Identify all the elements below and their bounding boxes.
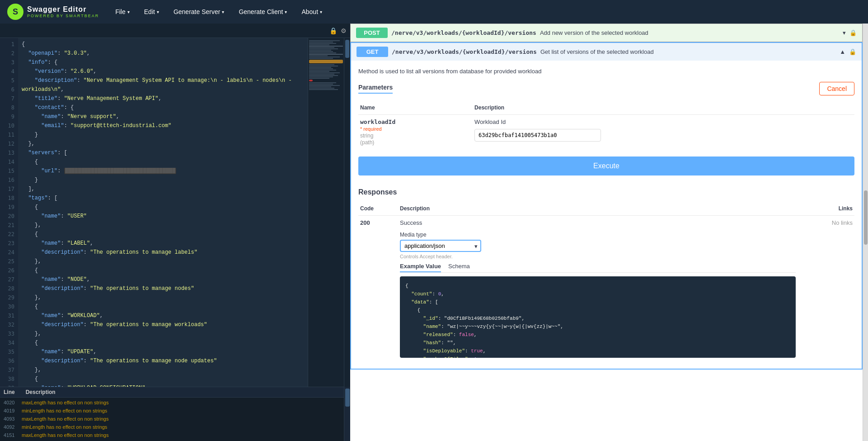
editor-log-panel: Line Description 4020 maxLength has no e… [0, 387, 350, 441]
accept-header-note: Controls Accept header. [400, 254, 796, 259]
param-required-badge: * required [360, 126, 382, 132]
resp-200-desc: Success [400, 219, 796, 226]
example-tabs: Example Value Schema [400, 263, 796, 273]
lock-toolbar-icon[interactable]: 🔒 [329, 27, 337, 34]
swagger-ui-panel: POST /nerve/v3/workloads/{workloadId}/ve… [350, 24, 863, 441]
logo-title: Swagger Editor [27, 5, 99, 14]
log-row: 4093 maxLength has no effect on non stri… [4, 415, 347, 423]
menu-generate-client[interactable]: Generate Client ▾ [233, 5, 292, 18]
responses-table: Code Description Links 200 [358, 202, 854, 361]
log-row: 4151 maxLength has no effect on non stri… [4, 431, 347, 439]
log-row: 4019 minLength has no effect on non stri… [4, 407, 347, 415]
json-preview: { "count": 0, "data": [ { "_id": "d0Cf1B… [400, 276, 796, 358]
get-chevron-icon[interactable]: ▲ [840, 48, 845, 55]
schema-tab[interactable]: Schema [448, 263, 470, 272]
settings-toolbar-icon[interactable]: ⚙ [341, 27, 347, 34]
resp-desc-col: Description [398, 202, 798, 216]
param-desc-col-header: Description [473, 101, 854, 115]
param-type-label: string [360, 133, 373, 139]
swagger-right-area: POST /nerve/v3/workloads/{workloadId}/ve… [350, 24, 868, 441]
log-body: 4020 maxLength has no effect on non stri… [0, 398, 350, 440]
gen-server-arrow-icon: ▾ [222, 9, 224, 14]
media-type-section: Media type application/json Controls Acc… [400, 232, 796, 358]
parameters-table: Name Description workloadId * required [358, 101, 854, 149]
post-chevron-icon[interactable]: ▾ [843, 29, 846, 36]
get-method-badge: GET [357, 47, 388, 57]
scrollbar-thumb [864, 190, 868, 245]
param-description-text: Workload Id [474, 119, 853, 125]
responses-section: Responses Code Description Links [358, 188, 854, 361]
menu-generate-server[interactable]: Generate Server ▾ [168, 5, 230, 18]
param-name-workloadid: workloadId [360, 119, 471, 125]
log-line-col: Line [4, 389, 15, 395]
parameters-tab[interactable]: Parameters [358, 84, 393, 94]
param-workloadid-input[interactable] [474, 129, 601, 142]
editor-toolbar: 🔒 ⚙ [0, 24, 350, 38]
log-header: Line Description [0, 387, 350, 398]
media-type-select[interactable]: application/json [400, 240, 481, 252]
responses-title: Responses [358, 188, 854, 196]
cancel-button[interactable]: Cancel [819, 82, 854, 95]
logo-text: Swagger Editor POWERED BY SMARTBEAR [27, 5, 99, 18]
log-row: 4020 maxLength has no effect on non stri… [4, 398, 347, 407]
editor-minimap [308, 38, 344, 387]
logo-subtitle: POWERED BY SMARTBEAR [27, 14, 99, 18]
editor-body: 12345 678910 1112131415 1617181920 21222… [0, 38, 350, 387]
resp-links-col: Links [798, 202, 854, 216]
logo: S Swagger Editor POWERED BY SMARTBEAR [7, 4, 99, 20]
editor-code-area[interactable]: { "openapi": "3.0.3", "info": { "version… [18, 38, 308, 387]
execute-button[interactable]: Execute [358, 156, 854, 175]
get-endpoint-summary: Get list of versions of the selected wor… [540, 48, 836, 55]
main-layout: 🔒 ⚙ 12345 678910 1112131415 1617181920 2… [0, 24, 868, 441]
log-row: 4092 minLength has no effect on non stri… [4, 423, 347, 431]
get-description: Method is used to list all versions from… [358, 68, 854, 75]
resp-200-links: No links [798, 216, 854, 362]
menu-file[interactable]: File ▾ [110, 5, 135, 18]
resp-200-code: 200 [358, 216, 398, 362]
get-endpoint-path: /nerve/v3/workloads/{workloadId}/version… [392, 48, 537, 55]
get-endpoint-header[interactable]: GET /nerve/v3/workloads/{workloadId}/ver… [350, 42, 863, 61]
get-endpoint-content: Method is used to list all versions from… [350, 61, 863, 370]
menu-edit[interactable]: Edit ▾ [139, 5, 164, 18]
top-navigation: S Swagger Editor POWERED BY SMARTBEAR Fi… [0, 0, 868, 24]
editor-vertical-scrollbar[interactable] [344, 38, 350, 387]
gen-client-arrow-icon: ▾ [285, 9, 287, 14]
post-endpoint-summary: Add new version of the selected workload [540, 29, 839, 36]
media-type-label: Media type [400, 232, 796, 238]
param-location-label: (path) [360, 139, 374, 146]
post-method-badge: POST [356, 28, 388, 38]
param-row-workloadid: workloadId * required string (path) Work… [358, 115, 854, 150]
about-arrow-icon: ▾ [320, 9, 322, 14]
swagger-vertical-scrollbar[interactable] [863, 24, 868, 441]
editor-panel: 🔒 ⚙ 12345 678910 1112131415 1617181920 2… [0, 24, 350, 441]
example-value-tab[interactable]: Example Value [400, 263, 441, 272]
media-type-select-wrapper: application/json [400, 240, 481, 252]
edit-arrow-icon: ▾ [157, 9, 159, 14]
get-endpoint-section: GET /nerve/v3/workloads/{workloadId}/ver… [350, 42, 863, 370]
post-endpoint-row[interactable]: POST /nerve/v3/workloads/{workloadId}/ve… [350, 24, 863, 42]
menu-about[interactable]: About ▾ [296, 5, 328, 18]
logo-icon: S [7, 4, 23, 20]
file-arrow-icon: ▾ [127, 9, 130, 14]
post-lock-icon: 🔒 [849, 29, 857, 36]
response-200-row: 200 Success Media type applica [358, 216, 854, 362]
get-lock-icon: 🔒 [849, 48, 856, 55]
param-name-col-header: Name [358, 101, 473, 115]
resp-code-col: Code [358, 202, 398, 216]
params-header: Parameters Cancel [358, 82, 854, 95]
log-desc-col: Description [26, 389, 56, 395]
post-endpoint-path: /nerve/v3/workloads/{workloadId}/version… [391, 29, 536, 36]
editor-line-numbers: 12345 678910 1112131415 1617181920 21222… [0, 38, 18, 387]
